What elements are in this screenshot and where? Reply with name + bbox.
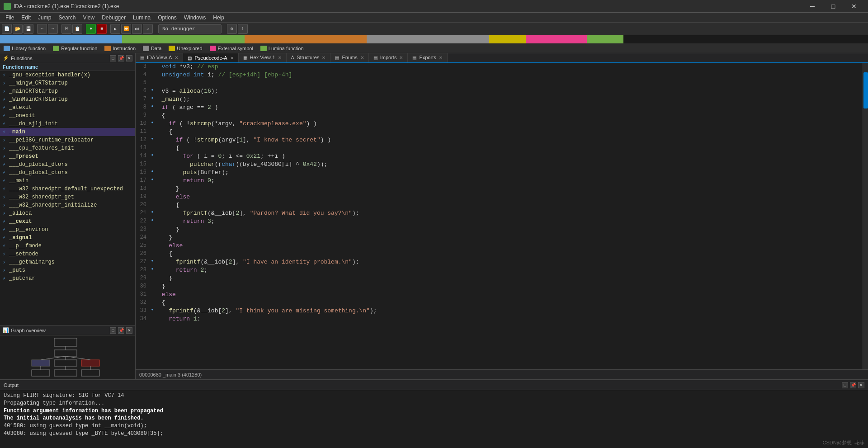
tab-close-button[interactable]: ✕: [322, 55, 326, 60]
list-item[interactable]: ⚡___cpu_features_init: [0, 144, 135, 152]
graph-close-button[interactable]: ✕: [126, 327, 132, 334]
table-row[interactable]: 23 }: [136, 226, 863, 234]
list-item[interactable]: ⚡_atexit: [0, 104, 135, 112]
list-item[interactable]: ⚡_gnu_exception_handler(x): [0, 71, 135, 79]
table-row[interactable]: 11 {: [136, 128, 863, 137]
maximize-button[interactable]: □: [823, 0, 844, 13]
table-row[interactable]: 17● return 0;: [136, 177, 863, 185]
toolbar-back[interactable]: ←: [37, 24, 47, 34]
tab-close-button[interactable]: ✕: [230, 56, 234, 61]
table-row[interactable]: 10● if ( !strcmp(*argv, "crackmeplease.e…: [136, 120, 863, 128]
table-row[interactable]: 6● v3 = alloca(16);: [136, 88, 863, 96]
minimize-button[interactable]: ─: [802, 0, 823, 13]
toolbar-new[interactable]: 📄: [2, 24, 12, 34]
table-row[interactable]: 27● fprintf(&__iob[2], "I have an identi…: [136, 259, 863, 267]
list-item[interactable]: ⚡__fpreset: [0, 152, 135, 160]
output-close-button[interactable]: ✕: [858, 382, 864, 388]
functions-detach-button[interactable]: □: [110, 55, 116, 61]
menu-item-lumina[interactable]: Lumina: [129, 14, 154, 22]
tab-close-button[interactable]: ✕: [360, 55, 364, 60]
list-item[interactable]: ⚡_puts: [0, 266, 135, 274]
table-row[interactable]: 29 }: [136, 275, 863, 283]
table-row[interactable]: 20 {: [136, 202, 863, 210]
list-item[interactable]: ⚡_mainCRTStartup: [0, 87, 135, 95]
graph-detach-button[interactable]: □: [110, 327, 116, 334]
table-row[interactable]: 14● for ( i = 0; i <= 0x21; ++i ): [136, 153, 863, 161]
table-row[interactable]: 13 {: [136, 145, 863, 153]
table-row[interactable]: 33● fprintf(&__iob[2], "I think you are …: [136, 307, 863, 316]
table-row[interactable]: 7● _main();: [136, 96, 863, 104]
list-item[interactable]: ⚡__main: [0, 177, 135, 185]
tab-enums[interactable]: ▤Enums✕: [330, 53, 368, 62]
tab-close-button[interactable]: ✕: [439, 55, 443, 60]
toolbar-copy[interactable]: ⎘: [61, 24, 71, 34]
table-row[interactable]: 3 void *v3; // esp: [136, 63, 863, 71]
table-row[interactable]: 26 {: [136, 250, 863, 259]
list-item[interactable]: ⚡__onexit: [0, 112, 135, 120]
output-pin-button[interactable]: 📌: [850, 382, 856, 388]
table-row[interactable]: 5: [136, 80, 863, 88]
functions-pin-button[interactable]: 📌: [118, 55, 124, 61]
list-item[interactable]: ⚡_alloca: [0, 209, 135, 217]
menu-item-debugger[interactable]: Debugger: [98, 14, 129, 22]
table-row[interactable]: 25 else: [136, 242, 863, 250]
toolbar-step2[interactable]: ⏩: [121, 24, 131, 34]
table-row[interactable]: 19 else: [136, 193, 863, 202]
scroll-thumb[interactable]: [863, 72, 868, 108]
list-item[interactable]: ⚡__pei386_runtime_relocator: [0, 136, 135, 144]
table-row[interactable]: 32 {: [136, 299, 863, 307]
tab-exports[interactable]: ▤Exports✕: [408, 53, 447, 62]
list-item[interactable]: ⚡___do_global_ctors: [0, 169, 135, 177]
table-row[interactable]: 18 }: [136, 185, 863, 193]
tab-ida-view-a[interactable]: ▤IDA View-A✕: [136, 53, 183, 62]
toolbar-paste[interactable]: 📋: [72, 24, 82, 34]
table-row[interactable]: 8● if ( argc == 2 ): [136, 104, 863, 112]
toolbar-step4[interactable]: ↩: [143, 24, 153, 34]
menu-item-help[interactable]: Help: [209, 14, 228, 22]
functions-close-button[interactable]: ✕: [126, 55, 132, 61]
toolbar-open[interactable]: 📂: [13, 24, 23, 34]
toolbar-debug-stop[interactable]: ■: [97, 24, 107, 34]
list-item[interactable]: ⚡__cexit: [0, 217, 135, 226]
list-item[interactable]: ⚡__setmode: [0, 250, 135, 258]
toolbar-lumina2[interactable]: ↑: [238, 24, 248, 34]
list-item[interactable]: ⚡__p__fmode: [0, 242, 135, 250]
close-button[interactable]: ✕: [844, 0, 864, 13]
list-item[interactable]: ⚡_putchar: [0, 274, 135, 283]
functions-list[interactable]: ⚡_gnu_exception_handler(x)⚡__mingw_CRTSt…: [0, 71, 135, 325]
tab-hex-view-1[interactable]: ▦Hex View-1✕: [239, 53, 287, 62]
table-row[interactable]: 9 {: [136, 112, 863, 120]
table-row[interactable]: 12● if ( !strcmp(argv[1], "I know the se…: [136, 137, 863, 145]
list-item[interactable]: ⚡___do_global_dtors: [0, 160, 135, 169]
list-item[interactable]: ⚡_signal: [0, 234, 135, 242]
table-row[interactable]: 24 }: [136, 234, 863, 242]
list-item[interactable]: ⚡_WinMainCRTStartup: [0, 95, 135, 104]
table-row[interactable]: 34 return 1:: [136, 316, 863, 324]
toolbar-step1[interactable]: ▶: [110, 24, 120, 34]
list-item[interactable]: ⚡___getmainargs: [0, 258, 135, 266]
graph-pin-button[interactable]: 📌: [118, 327, 124, 334]
tab-close-button[interactable]: ✕: [399, 55, 403, 60]
menu-item-windows[interactable]: Windows: [180, 14, 210, 22]
tab-structures[interactable]: AStructures✕: [287, 53, 331, 62]
table-row[interactable]: 15 putchar((char)(byte_403080[i] ^ 0x42)…: [136, 161, 863, 169]
tab-close-button[interactable]: ✕: [175, 55, 178, 60]
table-row[interactable]: 31 else: [136, 291, 863, 299]
menu-item-view[interactable]: View: [79, 14, 98, 22]
ida-scrollbar[interactable]: [863, 63, 868, 369]
list-item[interactable]: ⚡___do_sjlj_init: [0, 120, 135, 128]
list-item[interactable]: ⚡___w32_sharedptr_get: [0, 193, 135, 201]
code-area[interactable]: 3 void *v3; // esp4 unsigned int i; // […: [136, 63, 863, 369]
table-row[interactable]: 4 unsigned int i; // [esp+14h] [ebp-4h]: [136, 71, 863, 80]
list-item[interactable]: ⚡__p__environ: [0, 226, 135, 234]
table-row[interactable]: 28● return 2;: [136, 267, 863, 275]
tab-imports[interactable]: ▤Imports✕: [369, 53, 408, 62]
output-detach-button[interactable]: □: [842, 382, 848, 388]
toolbar-forward[interactable]: →: [48, 24, 58, 34]
toolbar-lumina1[interactable]: ⚙: [227, 24, 237, 34]
list-item[interactable]: ⚡___w32_sharedptr_default_unexpected: [0, 185, 135, 193]
menu-item-search[interactable]: Search: [55, 14, 79, 22]
menu-item-file[interactable]: File: [2, 14, 18, 22]
toolbar-save[interactable]: 💾: [24, 24, 33, 34]
table-row[interactable]: 30 }: [136, 283, 863, 291]
